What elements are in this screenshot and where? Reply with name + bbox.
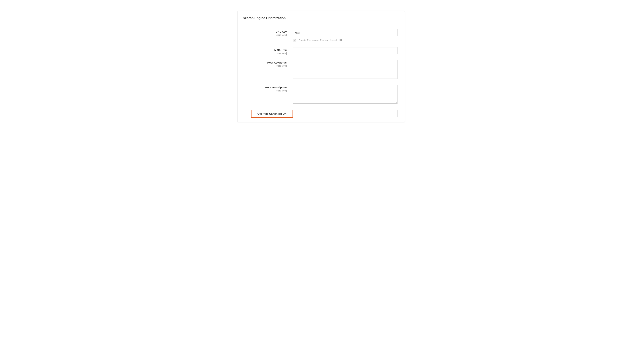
redirect-checkbox-label: Create Permanent Redirect for old URL: [299, 39, 343, 42]
override-canonical-input[interactable]: [296, 110, 398, 117]
label-col-meta-description: Meta Description [store view]: [243, 85, 293, 92]
section-title: Search Engine Optimization: [243, 16, 398, 20]
field-row-meta-keywords: Meta Keywords [store view]: [243, 60, 398, 80]
label-col-url-key: URL Key [store view]: [243, 29, 293, 36]
redirect-checkbox: [293, 39, 296, 42]
redirect-checkbox-row: Create Permanent Redirect for old URL: [293, 39, 398, 42]
url-key-scope: [store view]: [243, 34, 287, 36]
input-col-override-canonical: [296, 110, 398, 117]
meta-keywords-label: Meta Keywords: [267, 61, 287, 64]
meta-keywords-scope: [store view]: [243, 64, 287, 67]
field-row-meta-description: Meta Description [store view]: [243, 85, 398, 104]
url-key-input[interactable]: [293, 29, 398, 36]
input-col-meta-keywords: [293, 60, 398, 80]
seo-panel: Search Engine Optimization URL Key [stor…: [237, 11, 405, 122]
meta-description-scope: [store view]: [243, 90, 287, 92]
meta-title-input[interactable]: [293, 47, 398, 54]
input-col-meta-title: [293, 47, 398, 54]
input-col-meta-description: [293, 85, 398, 104]
meta-keywords-input[interactable]: [293, 60, 398, 79]
meta-title-label: Meta Title: [274, 48, 287, 51]
label-col-meta-keywords: Meta Keywords [store view]: [243, 60, 293, 67]
label-col-override-canonical: Override Canonical Url: [251, 110, 293, 118]
override-canonical-label: Override Canonical Url: [257, 112, 287, 115]
label-col-meta-title: Meta Title [store view]: [243, 47, 293, 54]
checkmark-icon: [293, 39, 296, 41]
field-row-meta-title: Meta Title [store view]: [243, 47, 398, 54]
input-col-url-key: Create Permanent Redirect for old URL: [293, 29, 398, 42]
meta-description-input[interactable]: [293, 85, 398, 104]
url-key-label: URL Key: [275, 30, 287, 33]
meta-title-scope: [store view]: [243, 52, 287, 54]
meta-description-label: Meta Description: [265, 86, 287, 89]
field-row-override-canonical: Override Canonical Url: [243, 110, 398, 118]
field-row-url-key: URL Key [store view] Create Permanent Re…: [243, 29, 398, 42]
